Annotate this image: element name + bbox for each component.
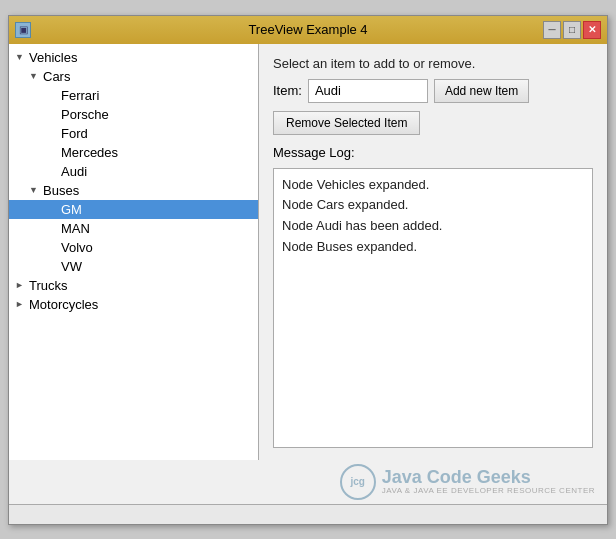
minimize-button[interactable]: ─	[543, 21, 561, 39]
title-bar-controls: ─ □ ✕	[543, 21, 601, 39]
tree-item-vw[interactable]: VW	[9, 257, 258, 276]
content-area: ▼Vehicles▼CarsFerrariPorscheFordMercedes…	[9, 44, 607, 460]
tree-label-buses: Buses	[43, 183, 79, 198]
tree-item-porsche[interactable]: Porsche	[9, 105, 258, 124]
title-bar-left: ▣	[15, 22, 31, 38]
log-message: Node Vehicles expanded.	[282, 175, 584, 196]
tree-item-man[interactable]: MAN	[9, 219, 258, 238]
log-message: Node Buses expanded.	[282, 237, 584, 258]
tree-item-audi[interactable]: Audi	[9, 162, 258, 181]
tree-item-vehicles[interactable]: ▼Vehicles	[9, 48, 258, 67]
tree-label-ferrari: Ferrari	[61, 88, 99, 103]
watermark-subtitle: Java & Java EE Developer Resource Center	[382, 486, 595, 495]
instruction-text: Select an item to add to or remove.	[273, 56, 593, 71]
main-window: ▣ TreeView Example 4 ─ □ ✕ ▼Vehicles▼Car…	[8, 15, 608, 525]
tree-label-trucks: Trucks	[29, 278, 68, 293]
minimize-icon: ─	[548, 24, 555, 35]
tree-label-porsche: Porsche	[61, 107, 109, 122]
watermark-text-block: Java Code Geeks Java & Java EE Developer…	[382, 468, 595, 495]
tree-item-volvo[interactable]: Volvo	[9, 238, 258, 257]
tree-label-mercedes: Mercedes	[61, 145, 118, 160]
tree-label-gm: GM	[61, 202, 82, 217]
tree-arrow-vehicles: ▼	[15, 52, 29, 62]
tree-label-volvo: Volvo	[61, 240, 93, 255]
log-message: Node Cars expanded.	[282, 195, 584, 216]
tree-item-motorcycles[interactable]: ►Motorcycles	[9, 295, 258, 314]
watermark: jcg Java Code Geeks Java & Java EE Devel…	[9, 460, 607, 504]
tree-arrow-cars: ▼	[29, 71, 43, 81]
title-bar: ▣ TreeView Example 4 ─ □ ✕	[9, 16, 607, 44]
maximize-button[interactable]: □	[563, 21, 581, 39]
watermark-title: Java Code Geeks	[382, 468, 595, 486]
tree-item-cars[interactable]: ▼Cars	[9, 67, 258, 86]
item-label: Item:	[273, 83, 302, 98]
tree-arrow-buses: ▼	[29, 185, 43, 195]
tree-label-man: MAN	[61, 221, 90, 236]
watermark-circle-text: jcg	[351, 476, 365, 487]
tree-arrow-trucks: ►	[15, 280, 29, 290]
window-icon: ▣	[15, 22, 31, 38]
tree-label-cars: Cars	[43, 69, 70, 84]
window-title: TreeView Example 4	[248, 22, 367, 37]
tree-item-buses[interactable]: ▼Buses	[9, 181, 258, 200]
watermark-logo: jcg	[340, 464, 376, 500]
close-button[interactable]: ✕	[583, 21, 601, 39]
tree-item-trucks[interactable]: ►Trucks	[9, 276, 258, 295]
tree-item-ferrari[interactable]: Ferrari	[9, 86, 258, 105]
tree-label-ford: Ford	[61, 126, 88, 141]
log-message: Node Audi has been added.	[282, 216, 584, 237]
remove-selected-button[interactable]: Remove Selected Item	[273, 111, 420, 135]
tree-arrow-motorcycles: ►	[15, 299, 29, 309]
message-log-label: Message Log:	[273, 145, 593, 160]
tree-label-vehicles: Vehicles	[29, 50, 77, 65]
tree-item-ford[interactable]: Ford	[9, 124, 258, 143]
tree-item-mercedes[interactable]: Mercedes	[9, 143, 258, 162]
maximize-icon: □	[569, 24, 575, 35]
status-bar	[9, 504, 607, 524]
right-panel: Select an item to add to or remove. Item…	[259, 44, 607, 460]
tree-item-gm[interactable]: GM	[9, 200, 258, 219]
tree-label-motorcycles: Motorcycles	[29, 297, 98, 312]
tree-label-vw: VW	[61, 259, 82, 274]
message-log-box: Node Vehicles expanded.Node Cars expande…	[273, 168, 593, 448]
item-row: Item: Add new Item	[273, 79, 593, 103]
add-item-button[interactable]: Add new Item	[434, 79, 529, 103]
tree-panel[interactable]: ▼Vehicles▼CarsFerrariPorscheFordMercedes…	[9, 44, 259, 460]
close-icon: ✕	[588, 24, 596, 35]
tree-label-audi: Audi	[61, 164, 87, 179]
item-input[interactable]	[308, 79, 428, 103]
